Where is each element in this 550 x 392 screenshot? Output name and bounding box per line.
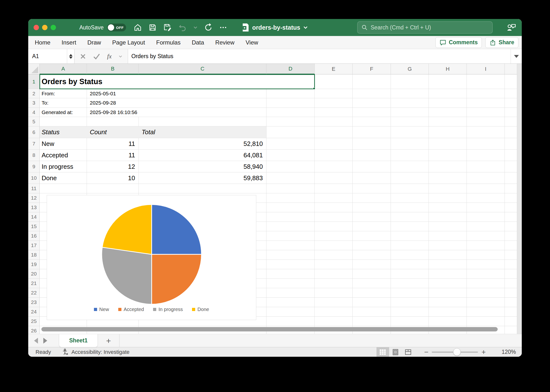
cell-empty[interactable]: [139, 184, 266, 193]
cell-empty[interactable]: [467, 317, 505, 326]
row-header-18[interactable]: 18: [28, 250, 40, 260]
cell-table-header[interactable]: Count: [87, 126, 139, 138]
cell-empty[interactable]: [429, 298, 467, 307]
cell-empty[interactable]: [429, 241, 467, 250]
cell-empty[interactable]: [429, 260, 467, 269]
cell-empty[interactable]: [40, 184, 87, 193]
minimize-button[interactable]: [42, 25, 47, 30]
cell-empty[interactable]: [391, 89, 429, 98]
zoom-out-button[interactable]: −: [421, 348, 432, 356]
row-header-20[interactable]: 20: [28, 269, 40, 279]
cell-total[interactable]: 59,883: [139, 172, 266, 184]
formula-bar-expand-button[interactable]: [511, 49, 522, 63]
cell-empty[interactable]: [315, 231, 353, 241]
cell-empty[interactable]: [353, 172, 391, 184]
cell-empty[interactable]: [315, 117, 353, 126]
cell-empty[interactable]: [429, 307, 467, 317]
cell-empty[interactable]: [353, 150, 391, 161]
cell-empty[interactable]: [467, 250, 505, 260]
ribbon-tab-data[interactable]: Data: [186, 36, 210, 49]
cell-count[interactable]: 10: [87, 172, 139, 184]
cell-empty[interactable]: [467, 138, 505, 150]
ribbon-tab-view[interactable]: View: [240, 36, 264, 49]
cell-empty[interactable]: [266, 203, 315, 212]
fx-chevron-icon[interactable]: [119, 54, 122, 58]
next-sheet-arrow-icon[interactable]: [43, 338, 47, 344]
cell-empty[interactable]: [429, 288, 467, 298]
cell-empty[interactable]: [315, 74, 353, 89]
cell-empty[interactable]: [391, 184, 429, 193]
cell-empty[interactable]: [391, 126, 429, 138]
cell-empty[interactable]: [353, 317, 391, 326]
cell-empty[interactable]: [353, 74, 391, 89]
cell-empty[interactable]: [391, 231, 429, 241]
cell-meta-value[interactable]: 2025-05-01: [87, 89, 266, 98]
more-options-icon[interactable]: [219, 23, 227, 32]
redo-icon[interactable]: [204, 23, 213, 32]
cell-status[interactable]: New: [40, 138, 87, 150]
cell-empty[interactable]: [40, 117, 87, 126]
cell-empty[interactable]: [429, 231, 467, 241]
cell-empty[interactable]: [266, 288, 315, 298]
formula-input[interactable]: Orders by Status: [128, 49, 511, 63]
cell-empty[interactable]: [467, 98, 505, 108]
cell-empty[interactable]: [266, 161, 315, 172]
normal-view-button[interactable]: [376, 347, 389, 357]
zoom-in-button[interactable]: +: [478, 348, 489, 356]
pie-slice-done[interactable]: [102, 205, 152, 254]
cell-empty[interactable]: [315, 138, 353, 150]
column-header-E[interactable]: E: [315, 64, 353, 74]
cell-empty[interactable]: [266, 138, 315, 150]
cell-empty[interactable]: [467, 288, 505, 298]
cell-empty[interactable]: [315, 279, 353, 288]
cell-empty[interactable]: [429, 193, 467, 203]
cell-empty[interactable]: [315, 307, 353, 317]
cell-empty[interactable]: [429, 126, 467, 138]
row-header-25[interactable]: 25: [28, 317, 40, 326]
cell-empty[interactable]: [266, 117, 315, 126]
cell-empty[interactable]: [429, 172, 467, 184]
cell-empty[interactable]: [391, 298, 429, 307]
cell-empty[interactable]: [87, 184, 139, 193]
cell-empty[interactable]: [266, 307, 315, 317]
cell-empty[interactable]: [391, 279, 429, 288]
row-header-14[interactable]: 14: [28, 212, 40, 222]
cell-meta-label[interactable]: Generated at:: [40, 108, 87, 117]
cell-status[interactable]: In progress: [40, 161, 87, 172]
row-header-22[interactable]: 22: [28, 288, 40, 298]
cell-empty[interactable]: [467, 298, 505, 307]
enter-check-icon[interactable]: [93, 53, 100, 60]
cell-empty[interactable]: [315, 317, 353, 326]
cell-empty[interactable]: [315, 193, 353, 203]
cell-empty[interactable]: [429, 108, 467, 117]
cell-empty[interactable]: [353, 298, 391, 307]
cell-empty[interactable]: [315, 172, 353, 184]
page-break-view-button[interactable]: [402, 347, 414, 357]
ribbon-tab-review[interactable]: Review: [210, 36, 240, 49]
cell-empty[interactable]: [315, 203, 353, 212]
cell-empty[interactable]: [266, 279, 315, 288]
cell-empty[interactable]: [315, 161, 353, 172]
cell-empty[interactable]: [353, 108, 391, 117]
cell-empty[interactable]: [266, 250, 315, 260]
cell-empty[interactable]: [429, 138, 467, 150]
cell-count[interactable]: 11: [87, 150, 139, 161]
pie-slice-in-progress[interactable]: [102, 247, 152, 304]
row-header-24[interactable]: 24: [28, 307, 40, 317]
add-sheet-button[interactable]: +: [106, 334, 111, 347]
cell-empty[interactable]: [467, 222, 505, 231]
document-title[interactable]: orders-by-status: [242, 23, 308, 32]
row-header-11[interactable]: 11: [28, 184, 40, 193]
cell-empty[interactable]: [266, 126, 315, 138]
cell-empty[interactable]: [266, 269, 315, 279]
cell-empty[interactable]: [467, 89, 505, 98]
cell-empty[interactable]: [391, 288, 429, 298]
cell-empty[interactable]: [353, 203, 391, 212]
cell-empty[interactable]: [429, 74, 467, 89]
cell-empty[interactable]: [391, 307, 429, 317]
column-header-C[interactable]: C: [139, 64, 266, 74]
cell-empty[interactable]: [266, 222, 315, 231]
cell-empty[interactable]: [467, 126, 505, 138]
legend-item-new[interactable]: New: [94, 307, 109, 312]
cell-empty[interactable]: [391, 98, 429, 108]
